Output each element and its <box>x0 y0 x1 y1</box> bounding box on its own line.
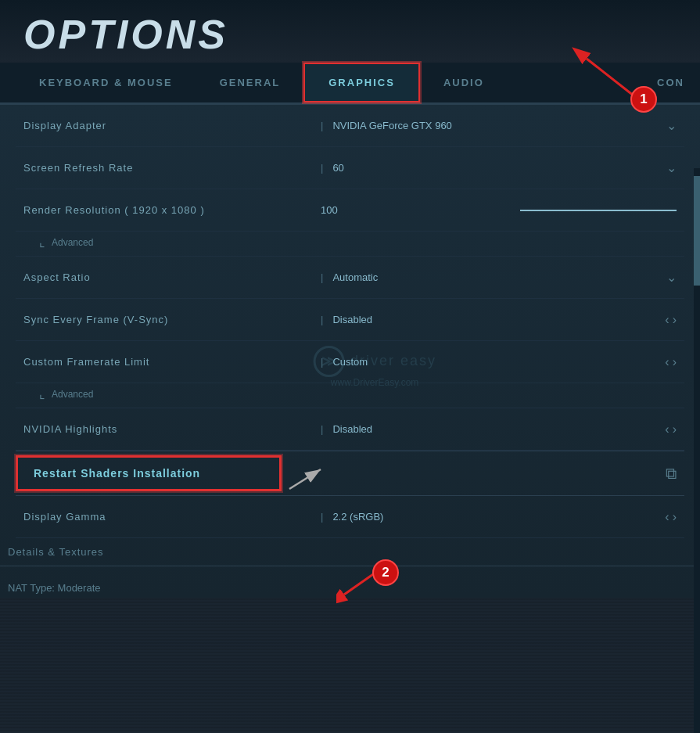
gamma-prev-arrow[interactable]: ‹ <box>665 510 669 524</box>
tab-con[interactable]: CON <box>641 63 700 102</box>
svg-line-3 <box>289 469 321 489</box>
vsync-prev-arrow[interactable]: ‹ <box>665 313 669 327</box>
setting-row-aspect-ratio: Aspect Ratio | Automatic ⌄ <box>16 257 684 299</box>
nvidia-prev-arrow[interactable]: ‹ <box>665 422 669 437</box>
refresh-rate-label: Screen Refresh Rate <box>16 162 313 174</box>
aspect-ratio-dropdown-icon[interactable]: ⌄ <box>666 270 677 285</box>
framerate-limit-value: | Custom ‹ › <box>313 355 684 369</box>
nvidia-arrows[interactable]: ‹ › <box>665 422 677 437</box>
setting-row-render-resolution: Render Resolution ( 1920 x 1080 ) 100 <box>16 189 684 232</box>
nvidia-highlights-value: | Disabled ‹ › <box>313 422 684 437</box>
tab-graphics[interactable]: GRAPHICS <box>303 63 420 102</box>
settings-content: Display Adapter | NVIDIA GeForce GTX 960… <box>0 104 700 598</box>
setting-row-refresh-rate: Screen Refresh Rate | 60 ⌄ <box>16 147 684 189</box>
setting-row-display-adapter: Display Adapter | NVIDIA GeForce GTX 960… <box>16 105 684 147</box>
refresh-rate-dropdown-icon[interactable]: ⌄ <box>666 160 677 175</box>
render-resolution-advanced-row: ⌞ Advanced <box>16 232 684 257</box>
framerate-next-arrow[interactable]: › <box>673 355 677 369</box>
refresh-rate-value[interactable]: | 60 ⌄ <box>313 160 684 175</box>
display-adapter-value[interactable]: | NVIDIA GeForce GTX 960 ⌄ <box>313 118 684 133</box>
vsync-label: Sync Every Frame (V-Sync) <box>16 314 313 325</box>
tab-keyboard[interactable]: KEYBOARD & MOUSE <box>16 64 196 101</box>
aspect-ratio-value[interactable]: | Automatic ⌄ <box>313 270 684 285</box>
page-title: OPTIONS <box>23 14 677 55</box>
nat-type-label: NAT Type: Moderate <box>0 566 700 598</box>
tab-audio[interactable]: AUDIO <box>420 64 508 101</box>
nav-tabs: KEYBOARD & MOUSE GENERAL GRAPHICS AUDIO … <box>0 63 700 104</box>
display-adapter-label: Display Adapter <box>16 120 313 131</box>
settings-section: Display Adapter | NVIDIA GeForce GTX 960… <box>0 104 700 538</box>
setting-row-nvidia-highlights: NVIDIA Highlights | Disabled ‹ › <box>16 408 684 451</box>
setting-row-display-gamma: Display Gamma | 2.2 (sRGB) ‹ › <box>16 496 684 538</box>
vsync-value: | Disabled ‹ › <box>313 313 684 327</box>
gamma-arrows[interactable]: ‹ › <box>665 510 677 524</box>
restart-shaders-button[interactable]: Restart Shaders Installation <box>16 455 282 491</box>
setting-row-vsync: Sync Every Frame (V-Sync) | Disabled ‹ › <box>16 299 684 341</box>
render-resolution-value[interactable]: 100 <box>313 204 684 216</box>
aspect-ratio-label: Aspect Ratio <box>16 271 313 283</box>
restart-shaders-row: Restart Shaders Installation ⧉ <box>16 451 684 496</box>
framerate-advanced-row: ⌞ Advanced <box>16 383 684 408</box>
header: OPTIONS <box>0 0 700 63</box>
framerate-arrows[interactable]: ‹ › <box>665 355 677 369</box>
render-resolution-advanced-label[interactable]: Advanced <box>52 237 93 248</box>
nvidia-next-arrow[interactable]: › <box>673 422 677 437</box>
framerate-advanced-label[interactable]: Advanced <box>52 389 93 400</box>
external-link-icon: ⧉ <box>666 465 677 483</box>
scrollbar-thumb[interactable] <box>694 176 700 286</box>
setting-row-framerate-limit: Custom Framerate Limit | Custom ‹ › <box>16 341 684 383</box>
vsync-next-arrow[interactable]: › <box>673 313 677 327</box>
render-resolution-label: Render Resolution ( 1920 x 1080 ) <box>16 204 313 216</box>
display-gamma-label: Display Gamma <box>16 511 313 523</box>
options-page: OPTIONS KEYBOARD & MOUSE GENERAL GRAPHIC… <box>0 0 700 733</box>
nvidia-highlights-label: NVIDIA Highlights <box>16 423 313 435</box>
framerate-prev-arrow[interactable]: ‹ <box>665 355 669 369</box>
gamma-next-arrow[interactable]: › <box>673 510 677 524</box>
display-adapter-dropdown-icon[interactable]: ⌄ <box>666 118 677 133</box>
render-resolution-slider[interactable] <box>520 210 677 211</box>
tab-general[interactable]: GENERAL <box>196 64 304 101</box>
display-gamma-value: | 2.2 (sRGB) ‹ › <box>313 510 684 524</box>
framerate-limit-label: Custom Framerate Limit <box>16 356 313 368</box>
details-textures-label: Details & Textures <box>0 538 700 566</box>
annotation-2-arrow-svg <box>282 458 344 497</box>
scrollbar[interactable] <box>694 168 700 733</box>
vsync-arrows[interactable]: ‹ › <box>665 313 677 327</box>
